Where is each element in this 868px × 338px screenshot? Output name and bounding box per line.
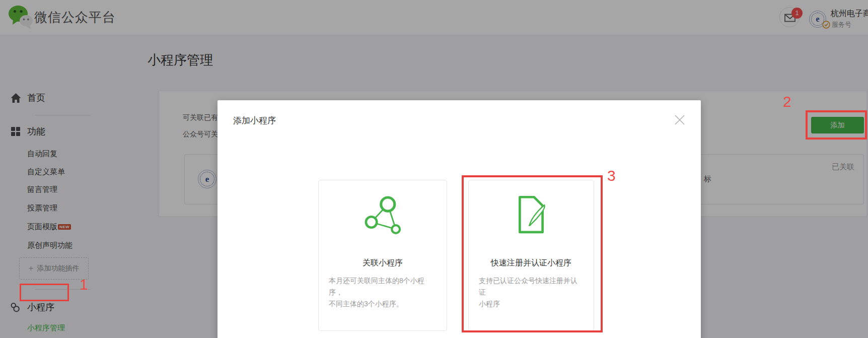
- annotation-number-3: 3: [607, 167, 616, 184]
- modal-title: 添加小程序: [233, 115, 276, 126]
- card-description: 本月还可关联同主体的8个小程序， 不同主体的3个小程序。: [319, 275, 447, 310]
- card-link-miniprogram[interactable]: 关联小程序 本月还可关联同主体的8个小程序， 不同主体的3个小程序。: [318, 180, 447, 331]
- annotation-number-1: 1: [80, 276, 88, 293]
- close-icon[interactable]: [674, 114, 686, 126]
- annotation-box-step1: [20, 284, 69, 301]
- annotation-box-step2: [806, 110, 867, 140]
- card-title: 关联小程序: [319, 258, 447, 268]
- annotation-box-step3: [462, 175, 603, 332]
- annotation-number-2: 2: [783, 93, 791, 110]
- network-icon: [319, 194, 447, 236]
- add-miniprogram-modal: 添加小程序 关联小程序 本月还可关联同主体的8个小程序， 不同主体的3个小程序。: [218, 100, 701, 338]
- wechat-mp-admin-page: 微信公众平台 1 e 杭州电子商 服务号 首页: [0, 0, 868, 338]
